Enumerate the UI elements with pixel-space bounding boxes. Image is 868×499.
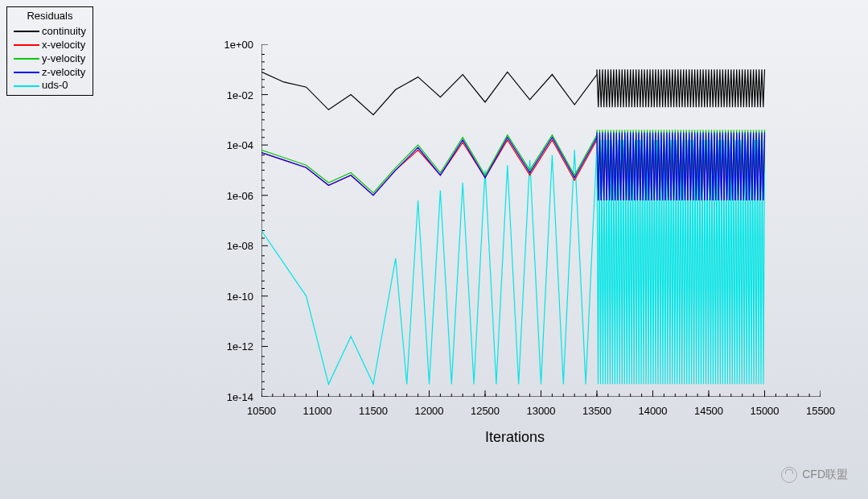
legend-label: x-velocity xyxy=(42,39,85,52)
legend-swatch xyxy=(14,72,39,73)
y-axis: 1e+001e-021e-041e-061e-081e-101e-121e-14 xyxy=(209,44,257,397)
x-tick-label: 11000 xyxy=(302,405,331,417)
y-tick-label: 1e-02 xyxy=(227,89,253,101)
legend-swatch xyxy=(14,58,39,60)
legend-item: y-velocity xyxy=(14,52,86,66)
legend-item: x-velocity xyxy=(14,39,86,52)
plot-region xyxy=(261,44,821,397)
x-tick-label: 13000 xyxy=(526,405,555,417)
x-tick-label: 11500 xyxy=(359,405,388,417)
legend-label: continuity xyxy=(42,25,86,39)
legend-box: Residuals continuityx-velocityy-velocity… xyxy=(6,6,93,96)
legend-label: y-velocity xyxy=(42,52,85,66)
x-tick-label: 14500 xyxy=(694,405,723,417)
legend-label: z-velocity xyxy=(42,66,85,80)
residuals-chart: 1e+001e-021e-041e-061e-081e-101e-121e-14… xyxy=(209,44,821,447)
x-axis: 1050011000115001200012500130001350014000… xyxy=(261,405,821,421)
x-tick-label: 15000 xyxy=(750,405,779,417)
y-tick-label: 1e-12 xyxy=(227,340,253,353)
legend-swatch xyxy=(14,31,39,32)
x-tick-label: 10500 xyxy=(247,405,276,417)
y-tick-label: 1e-04 xyxy=(227,139,253,151)
x-tick-label: 12500 xyxy=(471,405,500,417)
legend-item: uds-0 xyxy=(14,79,86,93)
legend-item: continuity xyxy=(14,25,86,39)
legend-label: uds-0 xyxy=(42,79,68,93)
y-tick-label: 1e-06 xyxy=(227,189,253,201)
legend-item: z-velocity xyxy=(14,66,86,80)
x-tick-label: 14000 xyxy=(638,405,667,417)
y-tick-label: 1e-10 xyxy=(227,290,253,302)
x-tick-label: 12000 xyxy=(414,405,443,417)
x-axis-title: Iterations xyxy=(485,429,545,446)
wechat-icon xyxy=(781,467,797,483)
legend-swatch xyxy=(14,85,39,87)
legend-title: Residuals xyxy=(14,10,86,23)
y-tick-label: 1e-14 xyxy=(227,391,253,403)
y-tick-label: 1e+00 xyxy=(224,39,253,51)
legend-swatch xyxy=(14,44,39,46)
watermark: CFD联盟 xyxy=(781,467,848,483)
watermark-text: CFD联盟 xyxy=(802,468,848,482)
x-tick-label: 15500 xyxy=(806,405,835,417)
plot-svg xyxy=(261,44,821,397)
x-tick-label: 13500 xyxy=(582,405,611,417)
y-tick-label: 1e-08 xyxy=(227,240,253,252)
